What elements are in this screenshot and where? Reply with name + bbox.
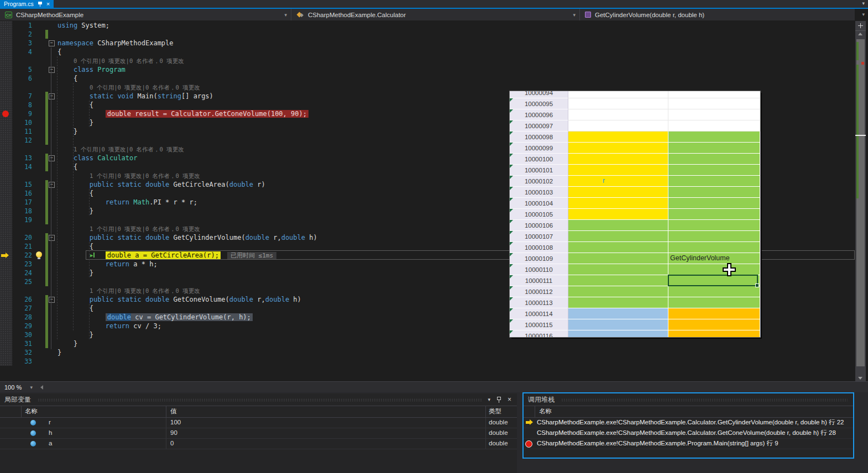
fold-toggle[interactable]: − bbox=[49, 297, 55, 303]
breakpoint-icon[interactable] bbox=[2, 111, 9, 117]
member-dropdown-chevron-icon[interactable]: ▾ bbox=[862, 12, 865, 17]
project-dropdown[interactable]: C# CSharpMethodExample ▾ bbox=[0, 9, 291, 20]
stack-frame-2[interactable]: CSharpMethodExample.exe!CSharpMethodExam… bbox=[524, 439, 853, 449]
type-dropdown[interactable]: CSharpMethodExample.Calculator ▾ bbox=[291, 9, 580, 20]
fold-toggle[interactable]: − bbox=[49, 40, 55, 46]
sheet-cell[interactable] bbox=[668, 165, 760, 176]
sheet-cell[interactable] bbox=[568, 286, 668, 297]
sheet-cell[interactable] bbox=[568, 231, 668, 242]
sheet-cell[interactable] bbox=[668, 308, 760, 319]
code-editor[interactable]: 1using System;23−namespace CSharpMethodE… bbox=[0, 21, 868, 381]
lightbulb-icon[interactable] bbox=[36, 251, 42, 257]
scroll-down-arrow-icon[interactable] bbox=[858, 377, 862, 380]
code-line-31[interactable]: 31 } bbox=[0, 339, 868, 348]
row-header[interactable]: 10000113 bbox=[510, 297, 568, 308]
sheet-cell[interactable] bbox=[568, 165, 668, 176]
document-list-chevron-icon[interactable]: ▾ bbox=[862, 0, 865, 7]
fold-toggle[interactable]: − bbox=[49, 182, 55, 188]
code-line-5[interactable]: 5− class Program bbox=[0, 65, 868, 74]
sheet-cell[interactable]: r bbox=[568, 176, 668, 187]
row-header[interactable]: 10000098 bbox=[510, 132, 568, 143]
fold-toggle[interactable]: − bbox=[49, 67, 55, 73]
sheet-cell[interactable] bbox=[568, 275, 668, 286]
row-header[interactable]: 10000095 bbox=[510, 98, 568, 109]
code-line-2[interactable]: 2 bbox=[0, 30, 868, 39]
sheet-cell[interactable] bbox=[668, 120, 760, 132]
sheet-cell[interactable] bbox=[568, 154, 668, 165]
sheet-cell[interactable] bbox=[668, 91, 760, 98]
callstack-col-name[interactable]: 名称 bbox=[539, 406, 552, 417]
variable-value[interactable]: 90 bbox=[170, 428, 177, 438]
code-line-4[interactable]: 4{ bbox=[0, 48, 868, 56]
fold-toggle[interactable]: − bbox=[49, 155, 55, 161]
sheet-cell[interactable] bbox=[568, 132, 668, 143]
row-header[interactable]: 10000102 bbox=[510, 176, 568, 187]
perf-tip[interactable]: 已用时间 ≤1ms bbox=[227, 252, 276, 259]
sheet-cell[interactable] bbox=[668, 319, 760, 330]
sheet-cell[interactable] bbox=[668, 98, 760, 109]
vertical-scrollbar[interactable] bbox=[855, 21, 866, 381]
code-line-32[interactable]: 32} bbox=[0, 348, 868, 357]
row-header[interactable]: 10000110 bbox=[510, 264, 568, 275]
sheet-cell[interactable] bbox=[568, 109, 668, 120]
locals-row-h[interactable]: h90double bbox=[0, 428, 517, 439]
sheet-cell[interactable] bbox=[668, 143, 760, 154]
code-line-6[interactable]: 6 { bbox=[0, 74, 868, 83]
split-editor-handle[interactable] bbox=[855, 21, 866, 31]
tab-program-cs[interactable]: Program.cs × bbox=[0, 0, 54, 8]
row-header[interactable]: 10000107 bbox=[510, 231, 568, 242]
scroll-left-arrow-icon[interactable] bbox=[40, 385, 43, 390]
locals-col-name[interactable]: 名称 bbox=[25, 406, 38, 417]
row-header[interactable]: 10000114 bbox=[510, 308, 568, 319]
sheet-cell[interactable] bbox=[568, 308, 668, 319]
sheet-cell[interactable] bbox=[568, 242, 668, 253]
row-header[interactable]: 10000115 bbox=[510, 319, 568, 330]
locals-col-value[interactable]: 值 bbox=[170, 406, 177, 417]
locals-row-a[interactable]: a0double bbox=[0, 439, 517, 449]
pin-icon[interactable] bbox=[497, 397, 501, 403]
fold-toggle[interactable]: − bbox=[49, 235, 55, 241]
zoom-level-dropdown[interactable]: 100 % ▾ bbox=[0, 382, 35, 392]
row-header[interactable]: 10000116 bbox=[510, 330, 568, 337]
stack-frame-0[interactable]: CSharpMethodExample.exe!CSharpMethodExam… bbox=[524, 418, 853, 428]
locals-title-bar[interactable]: 局部变量 ▾ × bbox=[0, 393, 517, 406]
row-header[interactable]: 10000108 bbox=[510, 242, 568, 253]
fold-toggle[interactable]: − bbox=[49, 93, 55, 99]
sheet-cell[interactable] bbox=[668, 330, 760, 337]
variable-value[interactable]: 0 bbox=[170, 439, 174, 448]
sheet-cell[interactable] bbox=[568, 98, 668, 109]
code-line-33[interactable]: 33 bbox=[0, 357, 868, 366]
row-header[interactable]: 10000112 bbox=[510, 286, 568, 297]
callstack-title-bar[interactable]: 调用堆栈 bbox=[524, 393, 853, 406]
variable-value[interactable]: 100 bbox=[170, 418, 181, 427]
sheet-cell[interactable] bbox=[568, 330, 668, 337]
scroll-up-arrow-icon[interactable] bbox=[858, 33, 862, 35]
sheet-cell[interactable] bbox=[568, 319, 668, 330]
sheet-cell[interactable] bbox=[668, 198, 760, 209]
spreadsheet-overlay[interactable]: 1000009410000095100000961000009710000098… bbox=[510, 91, 760, 337]
member-dropdown[interactable]: GetCylinderVolume(double r, double h) bbox=[580, 9, 855, 20]
codelens-text[interactable]: 0 个引用|0 项更改|0 名作者，0 项更改 bbox=[57, 56, 868, 65]
close-icon[interactable]: × bbox=[46, 1, 50, 7]
pin-icon[interactable] bbox=[38, 1, 42, 7]
row-header[interactable]: 10000094 bbox=[510, 91, 568, 98]
sheet-cell[interactable] bbox=[568, 264, 668, 275]
code-line-3[interactable]: 3−namespace CSharpMethodExample bbox=[0, 39, 868, 48]
sheet-cell[interactable] bbox=[568, 120, 668, 132]
row-header[interactable]: 10000097 bbox=[510, 120, 568, 132]
code-line-1[interactable]: 1using System; bbox=[0, 21, 868, 30]
row-header[interactable]: 10000109 bbox=[510, 253, 568, 264]
sheet-cell[interactable] bbox=[668, 209, 760, 220]
row-header[interactable]: 10000099 bbox=[510, 143, 568, 154]
locals-col-type[interactable]: 类型 bbox=[489, 406, 501, 417]
row-header[interactable]: 10000100 bbox=[510, 154, 568, 165]
sheet-cell[interactable] bbox=[668, 264, 760, 275]
sheet-cell[interactable] bbox=[668, 187, 760, 198]
sheet-cell[interactable] bbox=[568, 187, 668, 198]
sheet-cell[interactable] bbox=[668, 220, 760, 231]
stack-frame-1[interactable]: CSharpMethodExample.exe!CSharpMethodExam… bbox=[524, 428, 853, 439]
locals-row-r[interactable]: r100double bbox=[0, 418, 517, 428]
sheet-cell[interactable] bbox=[568, 143, 668, 154]
sheet-cell[interactable] bbox=[668, 242, 760, 253]
row-header[interactable]: 10000106 bbox=[510, 220, 568, 231]
